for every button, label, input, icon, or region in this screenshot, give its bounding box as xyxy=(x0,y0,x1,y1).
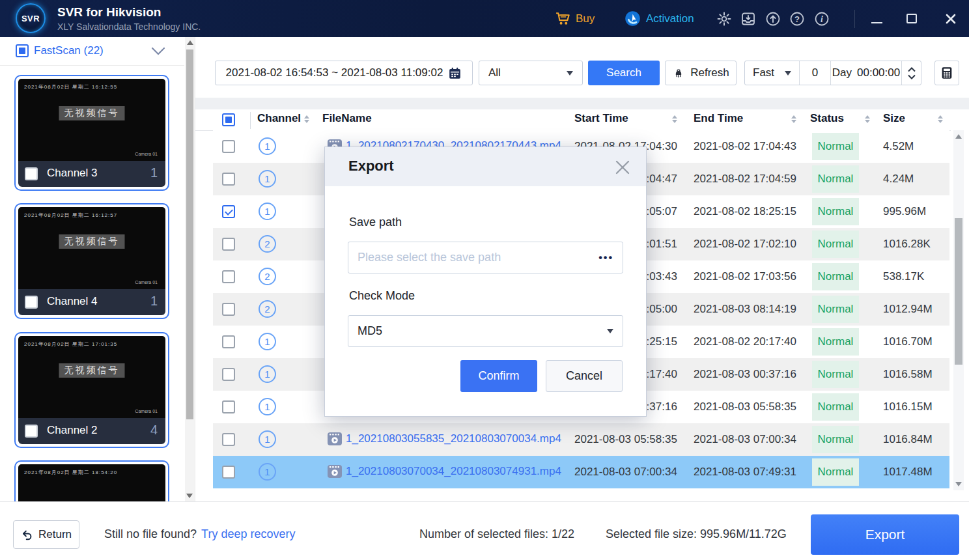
time-value: 00:00:00 xyxy=(857,66,900,79)
save-path-input[interactable]: Please select the save path ••• xyxy=(348,242,623,273)
channel-count: 4 xyxy=(150,423,158,438)
file-size: 4.52M xyxy=(883,140,914,153)
no-file-text: Still no file found? xyxy=(104,527,197,541)
column-start-time: Start Time xyxy=(574,112,628,125)
info-icon[interactable]: i xyxy=(814,11,830,27)
sort-icon[interactable] xyxy=(938,115,943,123)
filter-dropdown[interactable]: All xyxy=(479,61,583,85)
selected-files-count: Number of selected files: 1/22 xyxy=(419,527,574,541)
minimize-icon[interactable] xyxy=(871,22,882,23)
refresh-button[interactable]: Refresh xyxy=(665,61,737,85)
row-checkbox[interactable] xyxy=(222,303,235,316)
file-size: 1016.15M xyxy=(883,400,933,413)
file-name[interactable]: 1_20210803055835_20210803070034.mp4 xyxy=(346,432,561,445)
scan-speed-group: Fast 0 Day 00:00:00 xyxy=(744,61,921,85)
settings-icon[interactable] xyxy=(716,11,732,27)
row-checkbox[interactable] xyxy=(222,173,235,186)
fastscan-checkbox[interactable] xyxy=(16,44,29,57)
row-checkbox[interactable] xyxy=(222,368,235,381)
channel-card[interactable]: 2021年08月02日 星期二 16:12:57 无视频信号 Camera 01… xyxy=(14,203,169,319)
fastscan-label: FastScan (22) xyxy=(34,44,104,57)
close-icon[interactable] xyxy=(613,158,632,176)
sort-icon[interactable] xyxy=(672,115,677,123)
status-badge: Normal xyxy=(812,133,859,160)
day-unit-label: Day xyxy=(832,66,852,79)
file-size: 1012.94M xyxy=(883,303,933,316)
calendar-icon[interactable] xyxy=(448,66,462,80)
calculator-button[interactable] xyxy=(934,61,959,85)
row-checkbox[interactable] xyxy=(222,205,235,218)
end-time: 2021-08-03 07:00:34 xyxy=(694,433,796,446)
row-checkbox[interactable] xyxy=(222,466,235,479)
titlebar: SVR SVR for Hikvision XLY Salvationdata … xyxy=(0,0,969,37)
scroll-down-icon[interactable] xyxy=(186,494,193,498)
header-column-divider xyxy=(250,112,251,129)
close-icon[interactable] xyxy=(944,12,957,25)
export-dialog: Export Save path Please select the save … xyxy=(324,147,647,417)
channel-count: 1 xyxy=(150,165,158,180)
scroll-up-icon[interactable] xyxy=(955,134,962,139)
channel-badge: 1 xyxy=(259,430,276,448)
channel-badge: 1 xyxy=(259,170,276,188)
stepper-down-icon[interactable] xyxy=(908,74,916,79)
start-time: 2021-08-03 07:00:34 xyxy=(574,466,677,479)
scroll-up-icon[interactable] xyxy=(187,40,193,45)
table-row[interactable]: 1 1_20210803055835_20210803070034.mp4 20… xyxy=(213,423,949,456)
chevron-down-icon[interactable] xyxy=(151,46,165,57)
video-thumbnail: 2021年08月02日 星期二 17:01:35 无视频信号 Camera 01 xyxy=(18,336,165,418)
cancel-button[interactable]: Cancel xyxy=(546,360,623,392)
export-button[interactable]: Export xyxy=(811,514,959,555)
thumbnail-timestamp: 2021年08月02日 星期二 16:12:57 xyxy=(24,212,117,219)
date-range-input[interactable]: 2021-08-02 16:54:53 ~ 2021-08-03 11:09:0… xyxy=(215,61,473,85)
row-checkbox[interactable] xyxy=(222,433,235,446)
help-icon[interactable]: ? xyxy=(789,11,805,27)
file-size: 4.24M xyxy=(883,173,914,186)
sort-icon[interactable] xyxy=(865,115,870,123)
file-size: 1016.84M xyxy=(883,433,933,446)
return-arrow-icon xyxy=(21,529,33,541)
return-button[interactable]: Return xyxy=(13,520,79,549)
file-size: 995.96M xyxy=(883,205,926,218)
table-scroll-thumb[interactable] xyxy=(955,218,962,365)
status-badge: Normal xyxy=(812,361,859,388)
inbox-icon[interactable] xyxy=(740,11,756,27)
row-checkbox[interactable] xyxy=(222,400,235,413)
channel-card[interactable]: 2021年08月02日 星期二 16:12:55 无视频信号 Camera 01… xyxy=(14,75,169,191)
channel-name: Channel 4 xyxy=(47,295,98,308)
row-checkbox[interactable] xyxy=(222,238,235,251)
stepper-up-icon[interactable] xyxy=(908,67,916,72)
day-value-field[interactable]: 0 xyxy=(800,61,831,85)
row-checkbox[interactable] xyxy=(222,270,235,283)
channel-badge: 2 xyxy=(259,268,276,285)
dropdown-caret-icon xyxy=(785,71,791,76)
upload-icon[interactable] xyxy=(765,11,781,27)
sort-icon[interactable] xyxy=(791,115,796,123)
table-row-selected[interactable]: 1 1_20210803070034_20210803074931.mp4 20… xyxy=(213,456,949,488)
duration-stepper[interactable] xyxy=(901,61,921,85)
search-button[interactable]: Search xyxy=(588,61,660,85)
sort-icon[interactable] xyxy=(304,115,309,123)
maximize-icon[interactable] xyxy=(906,14,917,23)
channel-card[interactable]: 2021年08月02日 星期二 17:01:35 无视频信号 Camera 01… xyxy=(14,332,169,448)
activation-button[interactable]: Activation xyxy=(624,0,694,37)
sidebar-scroll-thumb[interactable] xyxy=(186,49,193,419)
thumbnail-timestamp: 2021年08月02日 星期二 16:12:55 xyxy=(24,83,117,91)
file-name[interactable]: 1_20210803070034_20210803074931.mp4 xyxy=(346,465,561,478)
duration-field[interactable]: Day 00:00:00 xyxy=(831,61,901,85)
channel-checkbox[interactable] xyxy=(25,167,38,180)
channel-checkbox[interactable] xyxy=(25,425,38,438)
channel-card[interactable]: 2021年08月02日 星期二 18:54:20 xyxy=(14,460,169,501)
check-mode-dropdown[interactable]: MD5 xyxy=(348,315,623,347)
selected-files-size: Selected file size: 995.96M/11.72G xyxy=(606,527,787,541)
channel-badge: 1 xyxy=(259,333,276,350)
confirm-button[interactable]: Confirm xyxy=(460,360,537,392)
speed-dropdown[interactable]: Fast xyxy=(745,61,800,85)
select-all-checkbox[interactable] xyxy=(222,113,235,126)
scroll-down-icon[interactable] xyxy=(955,482,962,486)
channel-checkbox[interactable] xyxy=(25,296,38,309)
deep-recovery-link[interactable]: Try deep recovery xyxy=(201,527,295,541)
buy-button[interactable]: Buy xyxy=(555,0,595,37)
row-checkbox[interactable] xyxy=(222,335,235,348)
browse-button[interactable]: ••• xyxy=(598,252,613,264)
row-checkbox[interactable] xyxy=(222,140,235,153)
